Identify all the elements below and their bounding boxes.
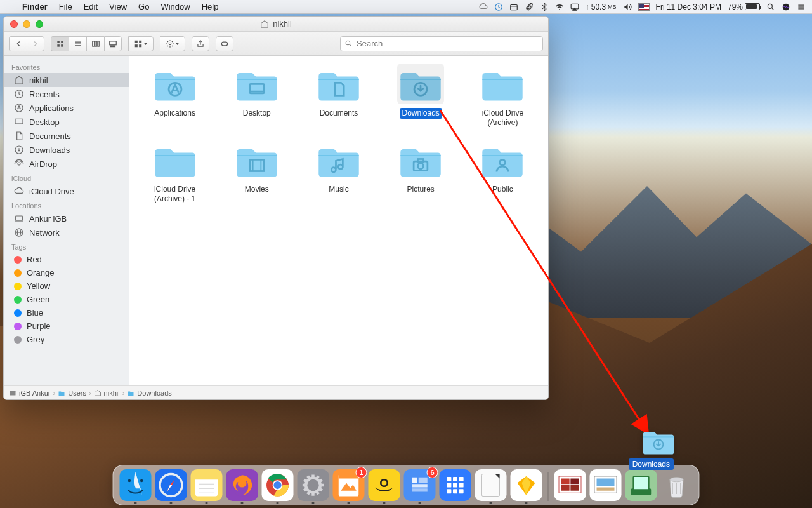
folder-pictures[interactable]: Pictures bbox=[382, 144, 460, 204]
folder-music[interactable]: Music bbox=[299, 144, 377, 204]
svg-point-29 bbox=[169, 43, 171, 45]
battery-status[interactable]: 79% bbox=[728, 3, 760, 11]
folder-applications[interactable]: Applications bbox=[136, 67, 214, 128]
running-indicator bbox=[348, 502, 350, 504]
sidebar-item-icloud-drive[interactable]: iCloud Drive bbox=[4, 184, 129, 198]
path-bar[interactable]: iGB Ankur›Users›nikhil›Downloads bbox=[4, 385, 548, 399]
svg-rect-124 bbox=[633, 476, 649, 490]
folder-icloud-drive-archive-1[interactable]: iCloud Drive (Archive) - 1 bbox=[136, 144, 214, 204]
icon-view-button[interactable] bbox=[51, 36, 69, 51]
spotlight-icon[interactable] bbox=[766, 3, 775, 11]
list-view-button[interactable] bbox=[69, 36, 86, 51]
dragged-folder-icon[interactable] bbox=[641, 425, 676, 459]
sidebar-item-documents[interactable]: Documents bbox=[4, 129, 129, 143]
menu-file[interactable]: File bbox=[53, 0, 78, 14]
sidebar-item-orange[interactable]: Orange bbox=[4, 266, 129, 279]
menubar-datetime[interactable]: Fri 11 Dec 3:04 PM bbox=[656, 3, 721, 11]
path-segment[interactable]: Users bbox=[58, 389, 86, 397]
sidebar-item-blue[interactable]: Blue bbox=[4, 306, 129, 319]
dock-app-preview[interactable] bbox=[590, 469, 622, 501]
search-field[interactable] bbox=[340, 36, 543, 51]
finder-content[interactable]: ApplicationsDesktopDocumentsDownloadsiCl… bbox=[129, 56, 548, 385]
folder-public[interactable]: Public bbox=[464, 144, 542, 204]
sidebar-item-label: Yellow bbox=[27, 281, 50, 291]
sidebar-item-network[interactable]: Network bbox=[4, 225, 129, 239]
dock-app-firefox[interactable] bbox=[226, 469, 258, 501]
dock-app-trash[interactable] bbox=[661, 469, 693, 501]
siri-icon[interactable] bbox=[782, 3, 790, 11]
wifi-icon[interactable] bbox=[555, 3, 564, 11]
sidebar-item-grey[interactable]: Grey bbox=[4, 333, 129, 346]
dock-app-finder[interactable] bbox=[120, 469, 152, 501]
share-button[interactable] bbox=[192, 36, 209, 51]
sidebar-item-green[interactable]: Green bbox=[4, 293, 129, 306]
svg-rect-25 bbox=[139, 40, 141, 43]
window-titlebar[interactable]: nikhil bbox=[4, 17, 548, 32]
dock-app-sketch[interactable] bbox=[511, 469, 542, 501]
sidebar-item-nikhil[interactable]: nikhil bbox=[4, 73, 129, 87]
folder-icon bbox=[152, 67, 199, 104]
sidebar-item-applications[interactable]: Applications bbox=[4, 101, 129, 115]
back-button[interactable] bbox=[9, 36, 27, 51]
path-segment[interactable]: nikhil bbox=[94, 389, 120, 397]
menubar-app-name[interactable]: Finder bbox=[16, 0, 53, 14]
dock-app-slack[interactable]: 6 bbox=[404, 469, 436, 501]
sidebar-item-desktop[interactable]: Desktop bbox=[4, 115, 129, 129]
dock-app-photos[interactable] bbox=[554, 469, 586, 501]
menu-go[interactable]: Go bbox=[133, 0, 155, 14]
folder-movies[interactable]: Movies bbox=[218, 144, 296, 204]
sidebar-item-purple[interactable]: Purple bbox=[4, 319, 129, 333]
arrange-button[interactable] bbox=[128, 36, 154, 51]
path-segment[interactable]: iGB Ankur bbox=[9, 389, 51, 397]
sidebar-item-yellow[interactable]: Yellow bbox=[4, 279, 129, 293]
folder-label: Downloads bbox=[400, 108, 442, 119]
folder-desktop[interactable]: Desktop bbox=[218, 67, 296, 128]
gallery-view-button[interactable] bbox=[104, 36, 122, 51]
dock-app-libreoffice[interactable] bbox=[475, 469, 507, 501]
sidebar-item-airdrop[interactable]: AirDrop bbox=[4, 157, 129, 171]
memory-status[interactable]: ↑50.3MB bbox=[586, 3, 617, 11]
sidebar-item-downloads[interactable]: Downloads bbox=[4, 143, 129, 157]
menu-help[interactable]: Help bbox=[196, 0, 225, 14]
dock-app-pages[interactable]: 1 bbox=[333, 469, 365, 501]
sidebar-item-ankur-igb[interactable]: Ankur iGB bbox=[4, 211, 129, 225]
svg-rect-10 bbox=[57, 41, 60, 43]
doc-icon bbox=[14, 131, 24, 141]
box-icon[interactable] bbox=[509, 3, 518, 11]
sidebar-item-recents[interactable]: Recents bbox=[4, 87, 129, 101]
input-flag[interactable] bbox=[638, 3, 650, 11]
svg-rect-93 bbox=[371, 472, 398, 498]
menu-edit[interactable]: Edit bbox=[78, 0, 103, 14]
dock-app-notes[interactable] bbox=[191, 469, 223, 501]
svg-line-83 bbox=[308, 492, 309, 495]
path-segment[interactable]: Downloads bbox=[127, 389, 171, 397]
sidebar-item-red[interactable]: Red bbox=[4, 253, 129, 266]
folder-downloads[interactable]: Downloads bbox=[382, 67, 460, 128]
action-button[interactable] bbox=[160, 36, 185, 51]
menu-window[interactable]: Window bbox=[155, 0, 195, 14]
forward-button[interactable] bbox=[27, 36, 44, 51]
nav-buttons bbox=[9, 36, 44, 51]
folder-label: Documents bbox=[317, 108, 361, 119]
dock-app-settings[interactable] bbox=[298, 469, 329, 501]
bluetooth-icon[interactable] bbox=[540, 3, 549, 11]
search-input[interactable] bbox=[357, 39, 539, 48]
folder-documents[interactable]: Documents bbox=[299, 67, 377, 128]
dock-app-grid[interactable] bbox=[440, 469, 471, 501]
dock-app-mapper[interactable] bbox=[369, 469, 400, 501]
svg-rect-107 bbox=[447, 489, 451, 493]
sync-icon[interactable] bbox=[494, 3, 503, 11]
volume-icon[interactable] bbox=[623, 3, 632, 11]
dock-app-chrome[interactable] bbox=[262, 469, 294, 501]
notification-center-icon[interactable] bbox=[797, 3, 806, 11]
paperclip-icon[interactable] bbox=[525, 3, 534, 11]
menu-view[interactable]: View bbox=[103, 0, 133, 14]
dock-app-scanner[interactable] bbox=[625, 469, 657, 501]
folder-icloud-drive-archive-[interactable]: iCloud Drive (Archive) bbox=[464, 67, 542, 128]
airplay-icon[interactable] bbox=[570, 3, 579, 11]
cloud-status-icon[interactable] bbox=[479, 3, 488, 11]
tag-button[interactable] bbox=[216, 36, 233, 51]
path-separator: › bbox=[53, 389, 56, 397]
column-view-button[interactable] bbox=[86, 36, 104, 51]
dock-app-safari[interactable] bbox=[155, 469, 187, 501]
